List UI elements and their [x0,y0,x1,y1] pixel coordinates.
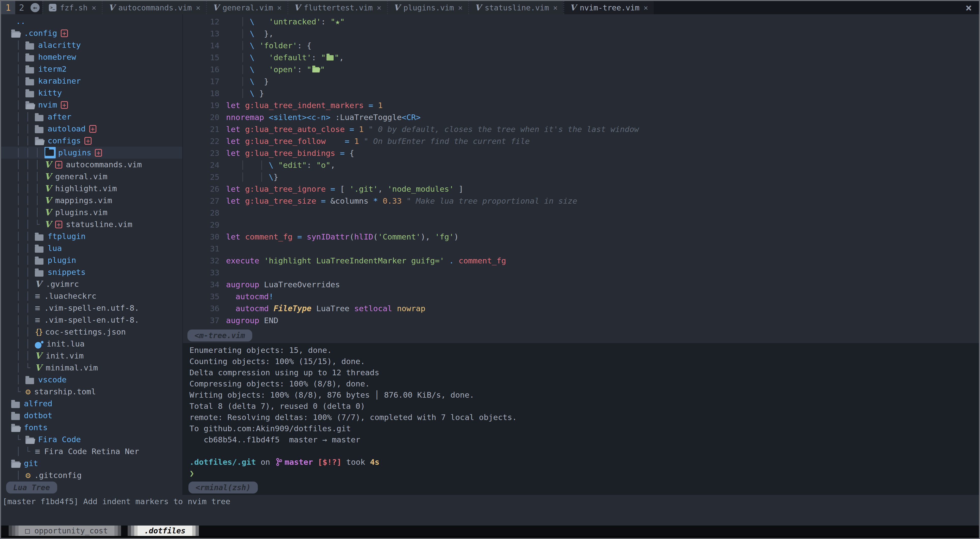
tree-row[interactable]: │ nvim+ [1,99,182,111]
token: 'node_modules' [388,184,454,194]
folder-icon [35,258,43,265]
file-tree-sidebar[interactable]: ...config+ │ alacritty │ homebrew │ iter… [1,14,182,480]
tree-item-name: autoload [48,123,86,135]
tree-row[interactable]: │ │ └ V+statusline.vim [1,218,182,231]
terminal-split[interactable]: Enumerating objects: 15, done.Counting o… [183,343,979,480]
tab-plugins.vim[interactable]: Vplugins.vim× [387,1,468,14]
tab-fluttertest.vim[interactable]: Vfluttertest.vim× [287,1,387,14]
tree-guide: │ │ [11,135,35,147]
tree-row[interactable]: fonts [1,421,182,434]
line-number: 20 [183,111,226,123]
tree-row[interactable]: │ │ │ plugins+ [1,147,182,159]
tree-row[interactable]: dotbot [1,410,182,421]
tree-row[interactable]: └ Fira Code [1,434,182,445]
tree-row[interactable]: │ │ ftplugin [1,231,182,242]
tabpage-1-button[interactable]: 1 [1,1,15,14]
token: autocmd [235,304,274,313]
vim-icon: V [570,3,576,13]
tree-row[interactable]: │ │ │ V+autocommands.vim [1,159,182,170]
tree-row[interactable]: │ │ {}coc-settings.json [1,326,182,338]
tree-row[interactable]: │ │ ≡.vim-spell-en.utf-8. [1,314,182,326]
tree-row[interactable]: │ │ │ Vmappings.vim [1,194,182,207]
tmux-stripe [9,526,12,536]
tree-row[interactable]: │ │ configs+ [1,135,182,147]
tmux-window-opportunity_cost[interactable]: □ opportunity_cost [9,526,121,536]
tabpage-2-button[interactable]: 2 [15,1,28,14]
tree-row[interactable]: │ │ │ Vgeneral.vim [1,170,182,183]
tree-row[interactable]: .. [1,15,182,27]
tree-row[interactable]: │ │ ≡.vim-spell-en.utf-8. [1,302,182,314]
tab-fzf.sh[interactable]: >_fzf.sh× [42,1,102,14]
prompt-token: .dotfiles/.git [189,457,256,467]
tree-row[interactable]: │ │ init.lua [1,338,182,350]
tree-row[interactable]: alfred [1,397,182,410]
terminal-line: Writing objects: 100% (8/8), 876 bytes │… [189,389,979,401]
tree-item-name: .gitconfig [34,469,82,480]
tab-close-icon[interactable]: × [196,3,200,12]
terminal-line: Enumerating objects: 15, done. [189,345,979,356]
tree-guide: │ │ [11,302,35,314]
tree-row[interactable]: │ │ snippets [1,266,182,278]
tree-row[interactable]: │ │ V.gvimrc [1,278,182,290]
tab-label: nvim-tree.vim [580,3,640,12]
back-arrow-icon: ← [30,3,40,12]
tmux-window-label: □ opportunity_cost [19,526,115,536]
tree-row[interactable]: │ │ lua [1,242,182,254]
tree-row[interactable]: .config+ [1,27,182,39]
tree-row[interactable]: └ ⚙starship.toml [1,386,182,397]
tree-row[interactable]: git [1,457,182,469]
tab-close-icon[interactable]: × [458,3,463,12]
tab-nvim-tree.vim[interactable]: Vnvim-tree.vim× [563,1,654,14]
tree-item-name: homebrew [38,51,76,63]
nvim-window: 1 2 ← >_fzf.sh×Vautocommands.vim×Vgenera… [0,0,980,539]
tree-row[interactable]: │ └ ≡Fira Code Retina Ner [1,445,182,457]
tab-autocommands.vim[interactable]: Vautocommands.vim× [102,1,206,14]
tree-item-name: dotbot [24,410,52,421]
token: setlocal [354,304,397,313]
vim-file-icon: V [45,183,51,194]
tab-close-icon[interactable]: × [377,3,382,12]
token: 1 [378,101,383,110]
tree-row[interactable]: │ │ after [1,111,182,123]
token: let [226,137,245,146]
token: } [274,172,278,181]
tree-row[interactable]: │ │ ≡.luacheckrc [1,290,182,302]
tree-row[interactable]: │ └ Vminimal.vim [1,362,182,374]
tree-row[interactable]: │ karabiner [1,75,182,87]
tree-row[interactable]: │ alacritty [1,39,182,51]
tab-statusline.vim[interactable]: Vstatusline.vim× [468,1,563,14]
code-text: let g:lua_tree_ignore = [ '.git', 'node_… [226,183,463,195]
tmux-window-dotfiles[interactable]: .dotfiles [128,526,199,536]
tab-close-icon[interactable]: × [644,3,648,12]
token: [ [340,184,349,194]
tree-row[interactable]: │ │ │ Vplugins.vim [1,207,182,218]
tree-row[interactable]: │ │ plugin [1,254,182,266]
editor-column: 12 │ \ 'untracked': "★"13 │ \ },14 │ \ '… [183,14,979,480]
tree-row[interactable]: │ vscode [1,374,182,386]
tree-guide: │ │ [11,338,35,350]
tree-row[interactable]: │ ⚙.gitconfig [1,469,182,480]
tree-row[interactable]: │ │ autoload+ [1,123,182,135]
token: 'default' [269,53,312,62]
token: │ [226,53,250,62]
tree-row[interactable]: │ │ │ Vhighlight.vim [1,183,182,194]
token: ) [454,232,459,241]
git-branch-icon [276,458,282,466]
tab-general.vim[interactable]: Vgeneral.vim× [206,1,287,14]
tree-row[interactable]: │ kitty [1,87,182,99]
tree-row[interactable]: │ │ Vinit.vim [1,350,182,362]
tab-close-icon[interactable]: × [277,3,282,12]
tab-close-icon[interactable]: × [92,3,96,12]
tree-row[interactable]: │ iterm2 [1,63,182,75]
back-button[interactable]: ← [28,1,42,14]
tree-guide: │ │ │ [11,194,45,207]
token: 'open' [269,65,297,74]
tab-close-icon[interactable]: × [553,3,558,12]
close-all-icon[interactable]: × [966,2,972,14]
code-line: 33 [183,267,979,279]
code-line: 15 │ \ 'default': "", [183,52,979,64]
tree-item-name: plugins [58,147,92,159]
token: : [321,17,330,26]
tree-row[interactable]: │ homebrew [1,51,182,63]
code-editor[interactable]: 12 │ \ 'untracked': "★"13 │ \ },14 │ \ '… [183,14,979,343]
